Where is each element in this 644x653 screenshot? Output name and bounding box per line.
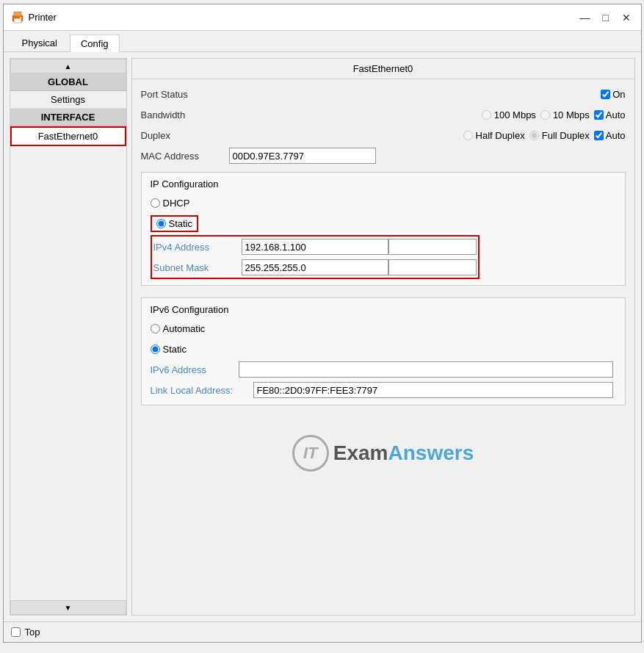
close-button[interactable]: ✕ [619,10,634,25]
subnet-mask-input[interactable] [242,259,388,275]
duplex-full-radio[interactable] [529,131,539,140]
svg-rect-1 [14,12,21,16]
bandwidth-100-label[interactable]: 100 Mbps [482,109,536,120]
dhcp-row: DHCP [151,194,616,212]
dhcp-radio[interactable] [151,198,160,208]
static-label[interactable]: Static [156,218,193,229]
subnet-mask-row: Subnet Mask [153,259,477,276]
titlebar-controls: — □ ✕ [578,10,634,25]
duplex-half-label[interactable]: Half Duplex [463,130,525,141]
sidebar-item-settings[interactable]: Settings [10,91,126,109]
mac-address-row: MAC Address [141,147,626,165]
ipv4-config-section: IP Configuration DHCP [141,172,626,286]
tabs-bar: Physical Config [4,31,641,52]
maximize-button[interactable]: □ [598,10,613,25]
titlebar: Printer — □ ✕ [4,4,641,31]
watermark: IT Exam Answers [141,413,626,494]
minimize-icon: — [580,12,590,24]
ipv6-static-label[interactable]: Static [151,344,187,355]
port-status-checkbox[interactable] [601,90,610,99]
ipv4-address-input[interactable] [242,239,388,255]
titlebar-left: Printer [11,11,57,24]
bandwidth-auto-checkbox[interactable] [594,110,604,120]
subnet-mask-extra-input[interactable] [388,259,477,275]
bandwidth-row: Bandwidth 100 Mbps 10 Mbps Auto [141,106,626,123]
scroll-up-icon: ▲ [65,62,72,71]
scroll-up-button[interactable]: ▲ [10,59,126,73]
link-local-row: Link Local Address: [151,381,616,399]
ipv6-address-input[interactable] [239,361,613,378]
minimize-button[interactable]: — [578,10,593,25]
ipv6-config-section: IPv6 Configuration Automatic Static [141,297,626,405]
static-highlight-box: Static [151,215,199,232]
ipv4-address-extra-input[interactable] [388,239,477,255]
ipv6-automatic-row: Automatic [151,320,616,337]
dhcp-label[interactable]: DHCP [151,198,190,209]
duplex-label: Duplex [141,130,229,141]
tab-config[interactable]: Config [70,35,120,52]
watermark-circle: IT [292,435,329,472]
sidebar-item-fastethernet[interactable]: FastEthernet0 [10,126,126,146]
scroll-down-button[interactable]: ▼ [10,600,126,615]
top-label: Top [25,627,40,638]
mac-address-value [229,148,376,164]
bandwidth-10-radio[interactable] [540,110,550,120]
scroll-down-icon: ▼ [65,604,72,612]
ipv4-address-row: IPv4 Address [153,238,477,256]
ipv6-address-row: IPv6 Address [151,361,616,378]
duplex-half-radio[interactable] [463,131,473,140]
top-checkbox[interactable] [11,627,21,637]
watermark-answers: Answers [388,441,474,465]
ipv4-address-label: IPv4 Address [153,242,242,253]
ipv6-static-radio[interactable] [151,344,160,354]
ipv6-address-label: IPv6 Address [151,364,239,375]
static-radio[interactable] [156,219,166,228]
window-title: Printer [29,12,57,23]
duplex-auto-label[interactable]: Auto [594,130,626,141]
link-local-label: Link Local Address: [151,385,253,396]
duplex-full-label[interactable]: Full Duplex [529,130,590,141]
port-status-row: Port Status On [141,85,626,103]
mac-address-input[interactable] [229,148,376,164]
duplex-controls: Half Duplex Full Duplex Auto [229,130,626,141]
port-status-on-label[interactable]: On [601,89,625,100]
ipv6-config-label: IPv6 Configuration [151,304,616,315]
bandwidth-auto-label[interactable]: Auto [594,109,626,120]
printer-icon [11,11,24,24]
svg-rect-2 [14,18,21,23]
bandwidth-controls: 100 Mbps 10 Mbps Auto [229,109,626,120]
subnet-mask-label: Subnet Mask [153,262,242,273]
sidebar-interface-header: INTERFACE [10,109,126,126]
panel-title: FastEthernet0 [132,59,634,79]
svg-point-3 [20,17,21,18]
close-icon: ✕ [622,12,631,24]
panel-content: Port Status On Bandwidth 100 Mbp [132,79,634,615]
maximize-icon: □ [602,12,608,24]
static-row: Static [151,214,616,232]
mac-address-label: MAC Address [141,151,229,162]
ipv6-automatic-radio[interactable] [151,324,160,333]
duplex-auto-checkbox[interactable] [594,131,604,140]
ip-config-label: IP Configuration [151,178,616,190]
main-panel: FastEthernet0 Port Status On Bandwidth [131,58,635,616]
sidebar: ▲ GLOBAL Settings INTERFACE FastEthernet… [10,58,127,616]
tab-physical[interactable]: Physical [11,34,68,51]
content-area: ▲ GLOBAL Settings INTERFACE FastEthernet… [4,52,641,621]
bandwidth-10-label[interactable]: 10 Mbps [540,109,590,120]
bandwidth-100-radio[interactable] [482,110,491,120]
watermark-exam: Exam [333,441,388,465]
ipv6-automatic-label[interactable]: Automatic [151,323,206,334]
port-status-controls: On [229,89,626,100]
sidebar-global-header: GLOBAL [10,73,126,91]
main-window: Printer — □ ✕ Physical Config ▲ [3,4,642,643]
ipv4-highlight-box: IPv4 Address Subnet Mask [151,235,480,279]
port-status-label: Port Status [141,89,229,100]
link-local-input[interactable] [253,382,613,398]
duplex-row: Duplex Half Duplex Full Duplex Auto [141,126,626,144]
bandwidth-label: Bandwidth [141,109,229,120]
ipv6-static-row: Static [151,340,616,358]
bottom-bar: Top [4,621,641,642]
